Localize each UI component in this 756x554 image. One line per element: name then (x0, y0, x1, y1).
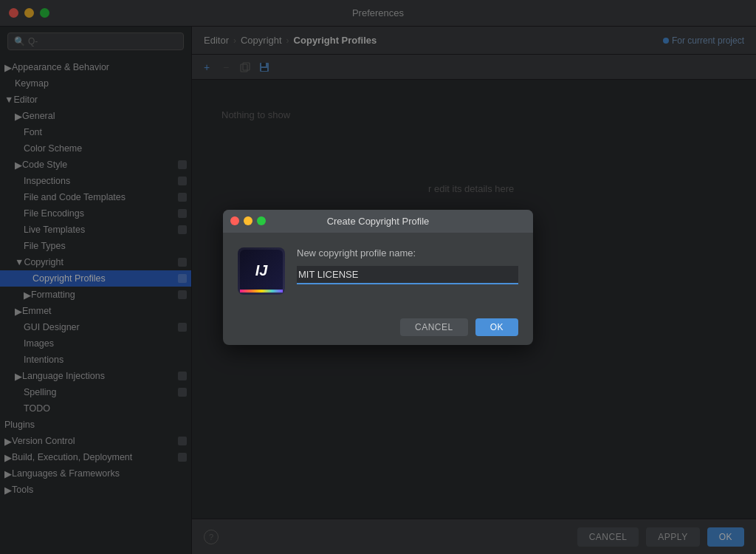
modal-minimize-button[interactable] (244, 216, 252, 225)
ij-text: IJ (255, 262, 268, 279)
profile-name-input[interactable] (297, 266, 518, 284)
modal-actions: CANCEL OK (223, 310, 533, 345)
modal-overlay: Create Copyright Profile IJ New copyrigh… (0, 0, 756, 554)
modal-title-bar: Create Copyright Profile (223, 210, 533, 233)
modal-maximize-button[interactable] (257, 216, 266, 225)
modal-close-button[interactable] (230, 216, 239, 225)
modal-label: New copyright profile name: (297, 247, 518, 259)
modal-ok-button[interactable]: OK (475, 318, 518, 336)
modal-title: Create Copyright Profile (327, 216, 430, 227)
ij-logo: IJ (240, 250, 283, 293)
modal-cancel-button[interactable]: CANCEL (400, 318, 468, 336)
modal-body: IJ New copyright profile name: (223, 233, 533, 310)
modal-traffic-lights[interactable] (230, 216, 266, 225)
modal-form: New copyright profile name: (297, 247, 518, 284)
intellij-icon: IJ (238, 247, 285, 295)
create-copyright-profile-dialog: Create Copyright Profile IJ New copyrigh… (223, 210, 533, 345)
